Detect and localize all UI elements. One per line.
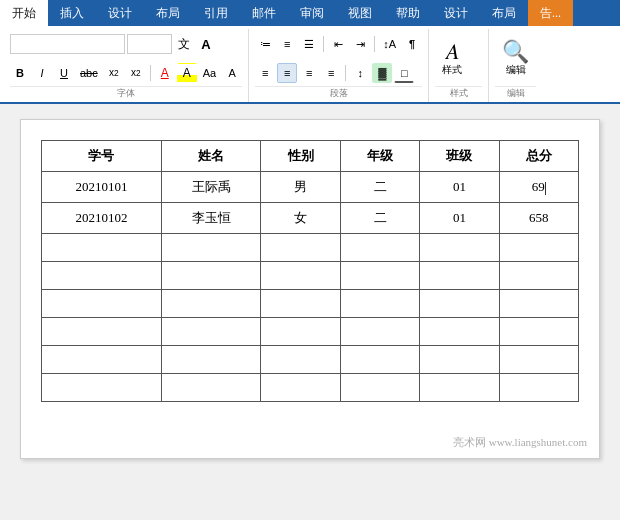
- ribbon-tabs: 开始 插入 设计 布局 引用 邮件 审阅 视图 帮助 设计 布局 告...: [0, 0, 620, 26]
- table-cell: [261, 346, 340, 374]
- para-row2: ≡ ≡ ≡ ≡ ↕ ▓ □: [255, 60, 422, 87]
- edit-big-button[interactable]: 🔍 编辑: [495, 37, 536, 81]
- highlight-button[interactable]: A: [177, 63, 197, 83]
- table-cell: 01: [420, 172, 499, 203]
- font-name-input[interactable]: 等线 (中文正文): [10, 34, 125, 54]
- sort-button[interactable]: ↕A: [379, 34, 400, 54]
- align-right-button[interactable]: ≡: [299, 63, 319, 83]
- para-section: ≔ ≡ ☰ ⇤ ⇥ ↕A ¶ ≡ ≡ ≡ ≡ ↕ ▓ □ 段落: [249, 29, 429, 102]
- line-spacing-button[interactable]: ↕: [350, 63, 370, 83]
- font-section-label: 字体: [10, 86, 242, 102]
- table-row: [42, 318, 579, 346]
- tab-design1[interactable]: 设计: [96, 0, 144, 26]
- table-cell: [499, 346, 578, 374]
- table-cell: [420, 346, 499, 374]
- tab-warn[interactable]: 告...: [528, 0, 573, 26]
- table-cell: 王际禹: [161, 172, 261, 203]
- table-cell: [420, 318, 499, 346]
- shading-button[interactable]: ▓: [372, 63, 392, 83]
- table-cell: [42, 318, 162, 346]
- strikethrough-button[interactable]: abc: [76, 63, 102, 83]
- table-cell: [499, 318, 578, 346]
- table-cell: [161, 374, 261, 402]
- style-btns: 𝐴 样式: [435, 31, 482, 86]
- table-cell: [161, 262, 261, 290]
- table-cell: [340, 346, 419, 374]
- para-row1: ≔ ≡ ☰ ⇤ ⇥ ↕A ¶: [255, 31, 422, 58]
- table-cell: [161, 318, 261, 346]
- bullets-button[interactable]: ≔: [255, 34, 275, 54]
- justify-button[interactable]: ≡: [321, 63, 341, 83]
- table-cell: 二: [340, 203, 419, 234]
- table-cell: 01: [420, 203, 499, 234]
- table-cell: [420, 374, 499, 402]
- table-cell: [340, 262, 419, 290]
- table-cell: [42, 346, 162, 374]
- font-row1: 等线 (中文正文) 四号 文 A: [10, 31, 242, 58]
- italic-button[interactable]: I: [32, 63, 52, 83]
- border-button[interactable]: □: [394, 63, 414, 83]
- table-cell: [420, 290, 499, 318]
- doc-page: 学号 姓名 性别 年级 班级 总分 20210101王际禹男二016920210…: [20, 119, 600, 459]
- superscript-button[interactable]: x2: [126, 63, 146, 83]
- table-cell: [499, 262, 578, 290]
- tab-design2[interactable]: 设计: [432, 0, 480, 26]
- edit-btns: 🔍 编辑: [495, 31, 536, 86]
- table-cell: [499, 374, 578, 402]
- table-cell: 女: [261, 203, 340, 234]
- tab-start[interactable]: 开始: [0, 0, 48, 26]
- table-header-row: 学号 姓名 性别 年级 班级 总分: [42, 141, 579, 172]
- tab-insert[interactable]: 插入: [48, 0, 96, 26]
- show-para-button[interactable]: ¶: [402, 34, 422, 54]
- multilevel-button[interactable]: ☰: [299, 34, 319, 54]
- ribbon-content: 等线 (中文正文) 四号 文 A B I U abc x2 x2 A A Aa …: [0, 26, 620, 104]
- table-cell: 李玉恒: [161, 203, 261, 234]
- col-id: 学号: [42, 141, 162, 172]
- edit-section-label: 编辑: [495, 86, 536, 102]
- table-cell: [161, 290, 261, 318]
- table-cell: 20210101: [42, 172, 162, 203]
- table-cell: [261, 262, 340, 290]
- style-big-label: 样式: [442, 63, 462, 77]
- align-center-button[interactable]: ≡: [277, 63, 297, 83]
- wfen-button[interactable]: 文: [174, 34, 194, 54]
- subscript-button[interactable]: x2: [104, 63, 124, 83]
- table-cell: [42, 234, 162, 262]
- indent-dec-button[interactable]: ⇤: [328, 34, 348, 54]
- tab-layout2[interactable]: 布局: [480, 0, 528, 26]
- bold-button[interactable]: B: [10, 63, 30, 83]
- indent-inc-button[interactable]: ⇥: [350, 34, 370, 54]
- style-big-button[interactable]: 𝐴 样式: [435, 37, 469, 81]
- col-class: 班级: [420, 141, 499, 172]
- table-cell: [42, 374, 162, 402]
- tab-review[interactable]: 审阅: [288, 0, 336, 26]
- student-table: 学号 姓名 性别 年级 班级 总分 20210101王际禹男二016920210…: [41, 140, 579, 402]
- tab-mail[interactable]: 邮件: [240, 0, 288, 26]
- underline-button[interactable]: U: [54, 63, 74, 83]
- tab-view[interactable]: 视图: [336, 0, 384, 26]
- table-cell: [420, 262, 499, 290]
- font-color-button[interactable]: A: [155, 63, 175, 83]
- table-cell: [261, 318, 340, 346]
- table-cell: [340, 290, 419, 318]
- table-row: 20210102李玉恒女二01658: [42, 203, 579, 234]
- col-grade: 年级: [340, 141, 419, 172]
- sep2: [323, 36, 324, 52]
- font-enlarge-button[interactable]: A: [196, 34, 216, 54]
- table-row: [42, 262, 579, 290]
- tab-ref[interactable]: 引用: [192, 0, 240, 26]
- table-row: [42, 374, 579, 402]
- tab-layout1[interactable]: 布局: [144, 0, 192, 26]
- table-cell: 20210102: [42, 203, 162, 234]
- col-name: 姓名: [161, 141, 261, 172]
- table-cell: 658: [499, 203, 578, 234]
- font-size-input[interactable]: 四号: [127, 34, 172, 54]
- font-smallcaps-button[interactable]: A: [222, 63, 242, 83]
- table-cell: 69: [499, 172, 578, 203]
- font-aa-button[interactable]: Aa: [199, 63, 220, 83]
- numbering-button[interactable]: ≡: [277, 34, 297, 54]
- align-left-button[interactable]: ≡: [255, 63, 275, 83]
- tab-help[interactable]: 帮助: [384, 0, 432, 26]
- table-cell: [340, 374, 419, 402]
- table-cell: [261, 234, 340, 262]
